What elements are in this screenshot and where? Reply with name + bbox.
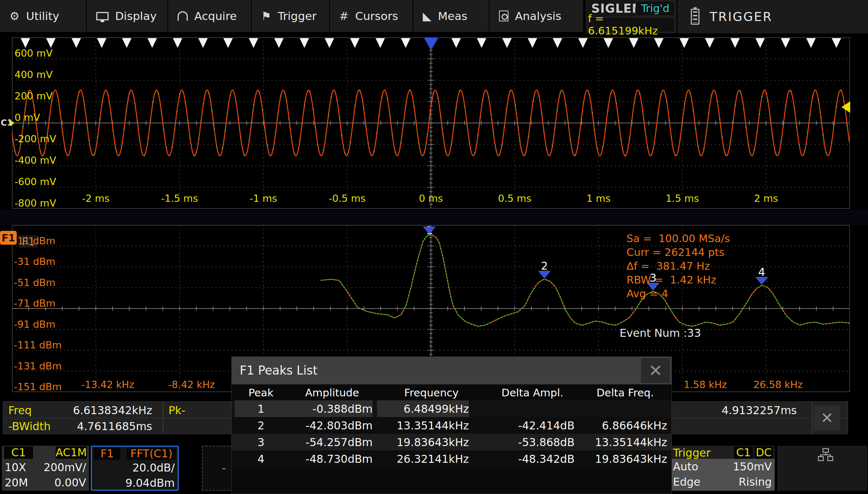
menu-item-meas[interactable]: ◣Meas <box>413 0 489 32</box>
segment-marker-icon <box>46 38 56 48</box>
trigger-position-marker-icon[interactable] <box>424 37 438 49</box>
menu-item-display[interactable]: Display <box>87 0 167 32</box>
measurement-bar-close-button[interactable]: ✕ <box>814 405 840 430</box>
scope-x-tick-label: -1 ms <box>250 193 277 204</box>
c1-ground-marker-icon[interactable] <box>11 120 15 126</box>
status-block: SIGLENT Trig'd f = 6.615199kHz <box>585 0 677 33</box>
fft-y-tick-label: -131 dBm <box>14 360 62 372</box>
meas-icon: ◣ <box>423 11 431 22</box>
menu-item-utility[interactable]: ⚙Utility <box>0 0 86 32</box>
menu-item-label: Display <box>115 9 157 23</box>
f1-channel-tag[interactable]: F1 <box>0 231 17 245</box>
peaks-table-cell: 13.35144kHz <box>377 419 469 432</box>
menu-bar: ⚙UtilityDisplayAcquire⚑Trigger#Cursors◣M… <box>0 0 584 32</box>
peaks-table-row[interactable]: 2-42.803dBm13.35144kHz-42.414dB6.86646kH… <box>232 417 672 434</box>
segment-marker-icon <box>806 38 816 48</box>
peaks-table-cell: 6.86646kHz <box>579 419 667 432</box>
peaks-column-header: Delta Ampl. <box>486 387 579 399</box>
c1-probe: 10X <box>5 461 26 474</box>
f1-trace-dots <box>321 235 850 326</box>
fft-x-tick-label: -8.42 kHz <box>168 379 215 390</box>
frequency-counter-readout: f = 6.615199kHz <box>588 17 675 32</box>
fft-info-readout: Sa = 100.00 MSa/sCurr = 262144 ptsΔf = 3… <box>626 232 730 301</box>
peaks-table-row[interactable]: 3-54.257dBm19.83643kHz-53.868dB13.35144k… <box>232 434 672 450</box>
measurement-label-bwidth[interactable]: -BWidth <box>8 420 50 433</box>
segment-marker-icon <box>72 38 81 48</box>
oscilloscope-screen: ⚙UtilityDisplayAcquire⚑Trigger#Cursors◣M… <box>0 0 868 494</box>
menu-item-label: Acquire <box>194 9 237 23</box>
segment-marker-icon <box>147 38 157 48</box>
segment-marker-icon <box>705 38 714 48</box>
segment-marker-icon <box>451 38 461 48</box>
segment-marker-icon <box>122 38 131 48</box>
segment-marker-icon <box>21 38 30 48</box>
segment-marker-icon <box>249 38 258 48</box>
math-f1-descriptor[interactable]: F1 FFT(C1) 20.0dB/ 9.04dBm <box>91 446 179 491</box>
trigger-level-marker-icon[interactable] <box>841 101 850 113</box>
peaks-table-cell: 3 <box>235 436 287 449</box>
menu-item-analysis[interactable]: Analysis <box>490 0 583 32</box>
c1-offset: 0.00V <box>54 476 86 489</box>
segment-marker-icon <box>832 38 841 48</box>
menu-item-cursors[interactable]: #Cursors <box>330 0 413 32</box>
peak-marker-icon <box>423 227 435 234</box>
segment-marker-icon <box>477 38 486 48</box>
fft-x-tick-label: 26.58 kHz <box>753 379 803 390</box>
peaks-table-row[interactable]: 4-48.730dBm26.32141kHz-48.342dB19.83643k… <box>232 450 672 467</box>
scope-x-tick-label: 0.5 ms <box>498 193 531 204</box>
segment-marker-icon <box>730 38 740 48</box>
trigger-slope: Rising <box>739 475 772 488</box>
fft-y-tick-label: -91 dBm <box>14 319 56 330</box>
trigger-panel-label: TRIGGER <box>710 9 772 24</box>
menu-item-label: Trigger <box>278 9 317 23</box>
peaks-table-row[interactable]: 1-0.388dBm6.48499kHz <box>232 400 672 417</box>
menu-item-trigger[interactable]: ⚑Trigger <box>252 0 329 32</box>
scope-y-tick-label: 0 mV <box>15 112 40 123</box>
scope-waveform-area[interactable] <box>12 37 850 209</box>
event-number-readout: Event Num :33 <box>620 327 701 339</box>
trigger-menu-button[interactable]: TRIGGER <box>678 0 868 33</box>
flag-icon: ⚑ <box>261 11 271 22</box>
segment-marker-icon <box>578 38 588 48</box>
scope-y-tick-label: 400 mV <box>15 69 53 80</box>
menu-item-acquire[interactable]: Acquire <box>168 0 251 32</box>
fft-info-line: Sa = 100.00 MSa/s <box>626 232 730 245</box>
segment-marker-icon <box>274 38 284 48</box>
channel-c1-descriptor[interactable]: C1 AC1M 10X 200mV/ 20M 0.00V <box>2 446 89 491</box>
scope-x-tick-label: -0.5 ms <box>329 193 366 204</box>
c1-vdiv: 200mV/ <box>44 461 86 474</box>
dialog-title-bar[interactable]: F1 Peaks List ✕ <box>232 357 672 384</box>
peaks-table-cell: -48.730dBm <box>287 453 373 465</box>
measurement-label-freq[interactable]: Freq <box>8 404 32 417</box>
menu-item-label: Utility <box>26 9 59 23</box>
battery-icon <box>691 9 699 25</box>
segment-marker-icon <box>553 38 562 48</box>
trigger-descriptor[interactable]: Trigger C1 DC Auto 150mV Edge Rising <box>670 446 775 491</box>
trigger-coupling-chip: DC <box>754 446 773 459</box>
dialog-close-button[interactable]: ✕ <box>641 358 670 383</box>
peaks-column-header: Amplitude <box>287 387 377 399</box>
fft-y-tick-label: -51 dBm <box>14 277 56 288</box>
measurement-label-pk[interactable]: Pk- <box>169 404 185 417</box>
plot-divider <box>0 210 868 225</box>
peak-marker-icon <box>756 277 767 284</box>
peaks-table-cell: 2 <box>235 419 287 432</box>
fft-info-line: Δf = 381.47 Hz <box>626 259 730 273</box>
peaks-column-header: Peak <box>235 387 287 399</box>
segment-marker-icon <box>198 38 208 48</box>
divider <box>812 402 813 434</box>
gear-icon: ⚙ <box>9 11 20 22</box>
scope-plot-svg <box>12 37 850 209</box>
peaks-table-cell: 19.83643kHz <box>377 436 469 449</box>
fft-y-tick-label: -71 dBm <box>14 298 56 309</box>
fft-y-tick-label: -31 dBm <box>14 256 56 267</box>
segment-marker-icon <box>502 38 512 48</box>
f1-function-chip: FFT(C1) <box>127 448 176 460</box>
cursors-icon: # <box>339 11 349 22</box>
segment-marker-icon <box>376 38 385 48</box>
segment-marker-icon <box>604 38 613 48</box>
segment-marker-icon <box>350 38 360 48</box>
fft-y-tick-label: -111 dBm <box>14 339 62 351</box>
trigger-type: Edge <box>673 475 701 488</box>
scope-x-tick-label: 0 ms <box>419 193 443 204</box>
